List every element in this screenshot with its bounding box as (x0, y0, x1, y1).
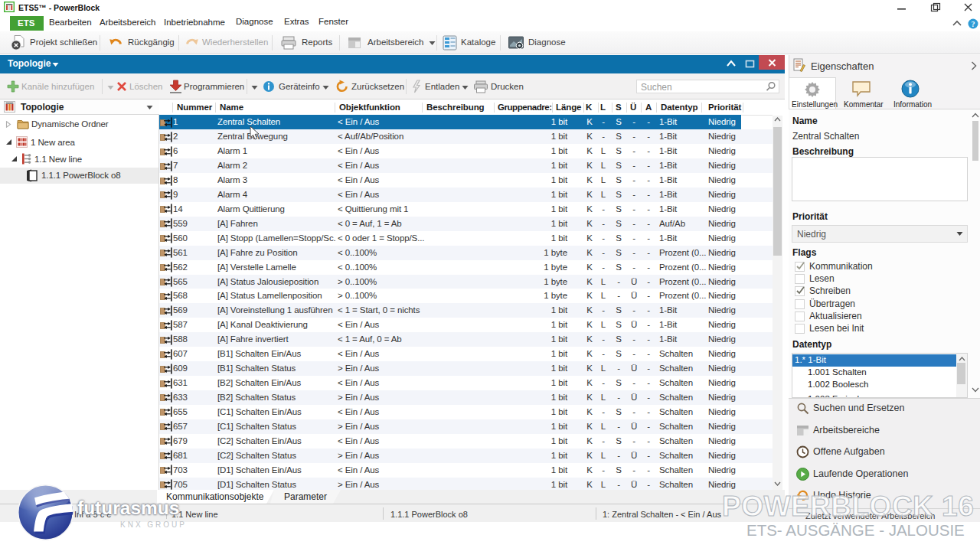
svg-text:?: ? (972, 20, 975, 28)
